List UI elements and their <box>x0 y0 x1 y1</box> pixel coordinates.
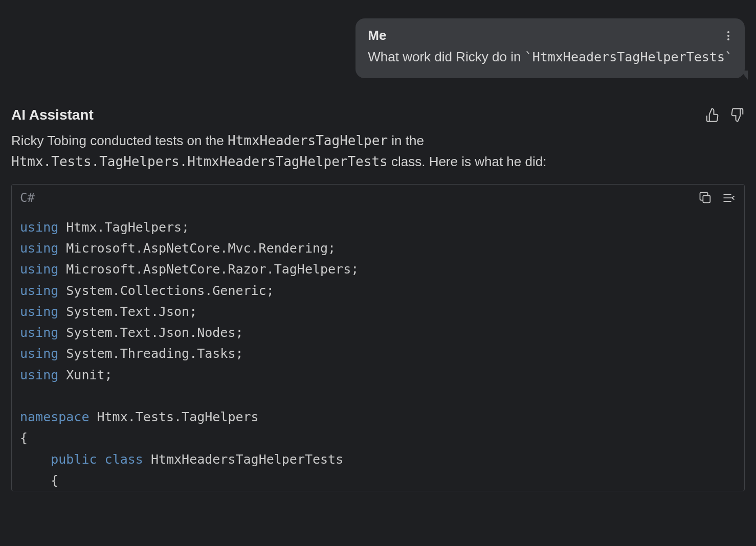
code-token: using <box>20 262 58 277</box>
thumbs-down-icon[interactable] <box>729 107 745 123</box>
more-options-icon[interactable] <box>724 28 732 43</box>
code-block-header: C# <box>12 185 744 212</box>
thumbs-up-icon[interactable] <box>705 107 720 123</box>
code-token: using <box>20 368 58 382</box>
code-language-label: C# <box>20 191 35 205</box>
resp-part1: Ricky Tobing conducted tests on the <box>11 133 228 148</box>
user-message-text: What work did Ricky do in `HtmxHeadersTa… <box>368 48 732 67</box>
user-message-bubble: Me What work did Ricky do in `HtmxHeader… <box>355 18 745 78</box>
user-message-header: Me <box>368 28 732 43</box>
chat-container: Me What work did Ricky do in `HtmxHeader… <box>0 0 756 491</box>
insert-code-icon[interactable] <box>722 191 736 205</box>
code-token: Xunit; <box>58 368 112 382</box>
code-token: Htmx.TagHelpers; <box>58 220 189 235</box>
code-token <box>97 452 105 467</box>
user-text-code: `HtmxHeadersTagHelperTests` <box>525 50 732 64</box>
code-block-actions <box>698 191 736 205</box>
svg-rect-0 <box>703 195 710 202</box>
user-name-label: Me <box>368 28 386 43</box>
assistant-header: AI Assistant <box>11 107 745 123</box>
resp-part3: class. Here is what he did: <box>388 154 547 169</box>
code-token: public <box>51 452 97 467</box>
code-token: System.Collections.Generic; <box>58 283 274 298</box>
code-token: using <box>20 304 58 319</box>
user-message-row: Me What work did Ricky do in `HtmxHeader… <box>11 18 745 78</box>
resp-part2: in the <box>388 133 424 148</box>
resp-code1: HtmxHeadersTagHelper <box>228 133 388 148</box>
code-token: System.Text.Json; <box>58 304 197 319</box>
code-token: { <box>20 473 58 488</box>
assistant-response-text: Ricky Tobing conducted tests on the Htmx… <box>11 130 745 173</box>
code-token: namespace <box>20 410 89 424</box>
code-token: using <box>20 220 58 235</box>
assistant-name-label: AI Assistant <box>11 107 94 123</box>
feedback-buttons <box>705 107 745 123</box>
resp-code2: Htmx.Tests.TagHelpers.HtmxHeadersTagHelp… <box>11 154 388 169</box>
copy-icon[interactable] <box>698 191 713 205</box>
code-token: Microsoft.AspNetCore.Razor.TagHelpers; <box>58 262 359 277</box>
code-content[interactable]: using Htmx.TagHelpers; using Microsoft.A… <box>12 212 744 491</box>
user-text-prefix: What work did Ricky do in <box>368 49 524 64</box>
code-token: using <box>20 346 58 361</box>
code-token: { <box>20 430 28 445</box>
code-token: Microsoft.AspNetCore.Mvc.Rendering; <box>58 241 336 256</box>
code-token: System.Threading.Tasks; <box>58 346 243 361</box>
code-token: using <box>20 283 58 298</box>
code-token: class <box>105 452 143 467</box>
code-token: using <box>20 241 58 256</box>
code-token: HtmxHeadersTagHelperTests <box>143 452 343 467</box>
code-token: Htmx.Tests.TagHelpers <box>89 410 258 424</box>
code-token: System.Text.Json.Nodes; <box>58 325 243 340</box>
code-block: C# using Htmx.TagHelpers; using Microsof… <box>11 184 745 491</box>
code-token <box>20 452 51 467</box>
code-token: using <box>20 325 58 340</box>
